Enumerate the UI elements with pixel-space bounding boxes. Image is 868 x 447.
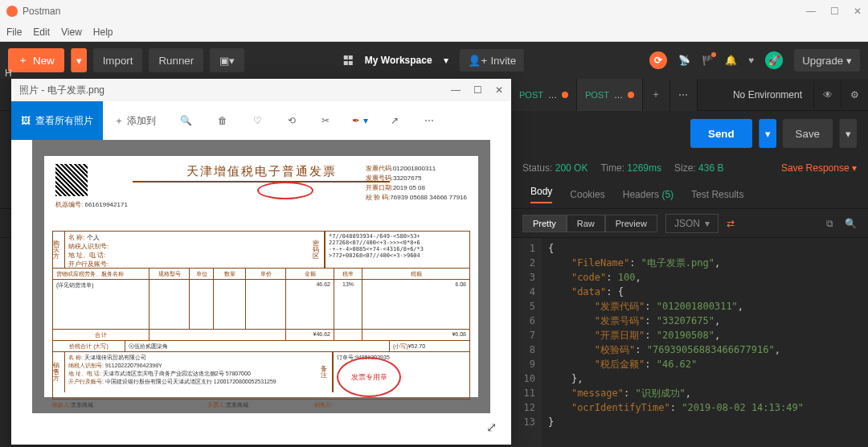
menu-file[interactable]: File [6,27,22,38]
environment-selector[interactable]: No Environment [722,89,813,100]
plus-icon: ＋ [114,114,124,128]
tab-test-results[interactable]: Test Results [691,189,743,200]
tab-body[interactable]: Body [530,186,552,203]
seal-icon: 发票专用章 [337,357,401,397]
view-all-photos-button[interactable]: 🖼 查看所有照片 [11,101,103,140]
invoice-header-info: 发票代码:012001800311 发票号码:33207675 开票日期:201… [366,164,467,203]
tab-headers[interactable]: Headers (5) [623,189,674,200]
zoom-icon[interactable]: 🔍 [167,115,205,126]
upgrade-button[interactable]: Upgrade ▾ [794,49,860,72]
menu-edit[interactable]: Edit [33,27,50,38]
tab-options-icon[interactable]: ⋯ [670,79,698,111]
json-code[interactable]: { "FileName": "电子发票.png", "code": 100, "… [542,238,810,447]
menu-view[interactable]: View [61,27,82,38]
photo-canvas: 天津增值税电子普通发票 发票代码:012001800311 发票号码:33207… [32,140,490,413]
crop-icon[interactable]: ✂ [309,115,342,126]
import-button[interactable]: Import [93,48,143,72]
sync-icon[interactable]: ⟳ [649,51,667,69]
format-raw-button[interactable]: Raw [567,215,605,232]
add-to-button[interactable]: ＋ 添加到 [103,114,167,128]
bell-icon[interactable]: 🔔 [725,55,737,66]
environment-preview-icon[interactable]: 👁 [813,81,841,109]
send-dropdown-icon[interactable]: ▾ [759,119,776,148]
photos-minimize-icon[interactable]: — [451,84,461,96]
ink-dropdown[interactable]: ✒▾ [342,115,378,126]
photos-maximize-icon[interactable]: ☐ [473,84,482,96]
request-tab[interactable]: POST… [511,79,577,111]
window-minimize-icon[interactable]: — [806,6,816,17]
request-tab-active[interactable]: POST… [577,79,643,111]
bootcamp-icon[interactable]: 🚀 [765,51,783,69]
window-close-icon[interactable]: ✕ [854,6,862,17]
copy-icon[interactable]: ⧉ [826,218,833,229]
favorite-icon[interactable]: ♡ [240,115,275,126]
ink-icon: ✒ [352,115,360,126]
new-window-button[interactable]: ▣▾ [210,48,244,72]
language-dropdown[interactable]: JSON ▾ [665,214,719,233]
tab-cookies[interactable]: Cookies [570,189,604,200]
search-icon[interactable]: 🔍 [845,218,857,229]
save-button[interactable]: Save [783,119,833,148]
invoice-table: 购买方 名 称: 个人 纳税人识别号: 地 址、电 话: 开户行及账号: 密码区… [52,231,470,400]
delete-icon[interactable]: 🗑 [205,115,240,126]
menubar: File Edit View Help [0,23,868,42]
runner-button[interactable]: Runner [149,48,203,72]
more-icon[interactable]: ⋯ [411,115,447,126]
invite-button[interactable]: 👤+Invite [460,49,525,72]
new-dropdown-icon[interactable]: ▾ [71,48,87,72]
app-titlebar: Postman — ☐ ✕ [0,0,868,23]
machine-number: 机器编号: 661619942171 [55,200,128,209]
photos-titlebar[interactable]: 照片 - 电子发票.png — ☐ ✕ [11,79,511,101]
save-dropdown-icon[interactable]: ▾ [839,119,857,148]
format-preview-button[interactable]: Preview [605,215,657,232]
qr-code [55,164,88,196]
new-tab-button[interactable]: ＋ [643,79,670,111]
app-icon [6,6,18,17]
photos-window: 照片 - 电子发票.png — ☐ ✕ 🖼 查看所有照片 ＋ 添加到 🔍 🗑 ♡… [11,79,511,445]
size-value: 436 B [698,162,723,174]
time-value: 1269ms [627,162,661,174]
notifications-icon[interactable]: 🏴 [702,55,714,66]
wrap-lines-icon[interactable]: ⇄ [727,218,735,229]
menu-help[interactable]: Help [93,27,113,38]
invoice-title: 天津增值税电子普通发票 [133,164,390,182]
new-button[interactable]: ＋New [8,48,64,72]
chevron-down-icon: ▾ [363,115,368,126]
share-icon[interactable]: ↗ [378,115,411,126]
format-pretty-button[interactable]: Pretty [522,215,567,232]
dirty-dot-icon [628,92,634,98]
sidebar-letter: H [5,68,12,79]
photos-close-icon[interactable]: ✕ [495,84,503,96]
satellite-icon[interactable]: 📡 [678,55,690,66]
app-title: Postman [23,6,60,17]
stamp-oval-1 [257,182,313,199]
rotate-icon[interactable]: ⟲ [275,115,309,126]
status-value: 200 OK [555,162,588,174]
workspace-label[interactable]: My Workspace [365,55,432,66]
workspace-chevron-icon[interactable]: ▾ [444,55,448,66]
photos-toolbar: 🖼 查看所有照片 ＋ 添加到 🔍 🗑 ♡ ⟲ ✂ ✒▾ ↗ ⋯ [11,101,511,140]
user-plus-icon: 👤+ [468,55,488,67]
send-button[interactable]: Send [690,119,752,148]
gallery-icon: 🖼 [21,115,31,126]
dirty-dot-icon [562,92,568,98]
workspace-grid-icon[interactable] [344,55,354,65]
top-toolbar: ＋New ▾ Import Runner ▣▾ My Workspace ▾ 👤… [0,42,868,79]
expand-icon[interactable]: ⤢ [486,420,497,435]
photos-title-text: 照片 - 电子发票.png [19,84,104,97]
heart-icon[interactable]: ♥ [748,55,754,66]
line-gutter: 12345678910111213 [511,238,542,447]
save-response-button[interactable]: Save Response ▾ [781,162,857,174]
window-maximize-icon[interactable]: ☐ [830,6,839,17]
invoice-image: 天津增值税电子普通发票 发票代码:012001800311 发票号码:33207… [44,156,478,397]
settings-gear-icon[interactable]: ⚙ [841,81,868,109]
